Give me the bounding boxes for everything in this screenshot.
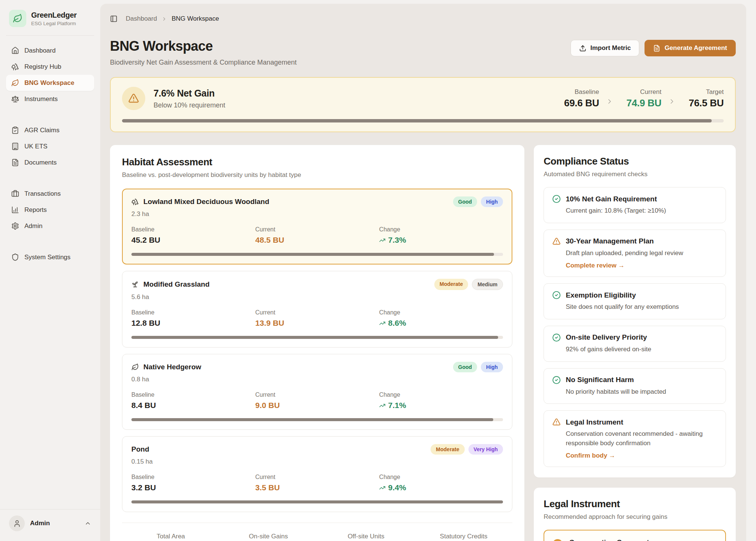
current-value: 74.9 BU xyxy=(620,97,661,109)
sidebar-item-label: Documents xyxy=(24,159,57,166)
current-label: Current xyxy=(255,309,379,316)
nav-group-gap xyxy=(6,107,94,122)
compliance-item-legal-instrument: Legal Instrument Conservation covenant r… xyxy=(544,410,726,467)
sidebar-item-system-settings[interactable]: System Settings xyxy=(6,249,94,265)
sidebar-item-transactions[interactable]: Transactions xyxy=(6,186,94,202)
sidebar-item-label: Admin xyxy=(24,222,42,230)
chevron-right-icon xyxy=(668,98,676,105)
baseline-value: 69.6 BU xyxy=(558,97,599,109)
compliance-item-description: Draft plan uploaded, pending legal revie… xyxy=(552,249,717,258)
current-label: Current xyxy=(620,88,661,96)
compliance-item-title: On-site Delivery Priority xyxy=(566,333,647,342)
compliance-status-panel: Compliance Status Automated BNG requirem… xyxy=(534,145,736,478)
trending-up-icon xyxy=(379,320,386,326)
baseline-label: Baseline xyxy=(131,391,255,398)
legal-panel-title: Legal Instrument xyxy=(544,498,726,510)
file-text-icon xyxy=(653,45,660,52)
import-metric-button[interactable]: Import Metric xyxy=(571,40,640,56)
sidebar-item-registry-hub[interactable]: Registry Hub xyxy=(6,59,94,75)
habitat-card-list: Lowland Mixed Deciduous Woodland Good Hi… xyxy=(122,189,512,512)
compliance-item-description: No priority habitats will be impacted xyxy=(552,387,717,397)
habitat-progress-track xyxy=(131,253,503,256)
compliance-item-management-plan: 30-Year Management Plan Draft plan uploa… xyxy=(544,230,726,277)
banner-stats: Baseline 69.6 BU Current 74.9 BU Target … xyxy=(558,88,724,109)
habitat-card-hedgerow[interactable]: Native Hedgerow Good High 0.8 ha Baselin… xyxy=(122,354,512,430)
baseline-label: Baseline xyxy=(131,474,255,481)
distinctiveness-badge: Medium xyxy=(472,279,503,290)
current-label: Current xyxy=(255,474,379,481)
sidebar-item-uk-ets[interactable]: UK ETS xyxy=(6,138,94,154)
sidebar-toggle-icon[interactable] xyxy=(110,15,117,23)
habitat-area: 0.8 ha xyxy=(131,376,503,383)
condition-badge: Moderate xyxy=(434,279,468,290)
onsite-gains-label: On-site Gains xyxy=(220,533,317,540)
user-menu[interactable]: Admin xyxy=(0,509,100,541)
habitat-progress-track xyxy=(131,418,503,421)
net-gain-warning-banner: 7.6% Net Gain Below 10% requirement Base… xyxy=(110,77,736,132)
net-gain-progress-fill xyxy=(122,119,712,122)
option-conservation-covenant[interactable]: Conservation Covenant Recommended for fr… xyxy=(544,530,726,541)
onsite-gains-stat: On-site Gains 92% xyxy=(220,533,317,541)
net-gain-value: 7.6% Net Gain xyxy=(154,88,225,99)
radio-selected[interactable] xyxy=(553,539,563,541)
change-value: 9.4% xyxy=(388,483,406,492)
nav-group-gap xyxy=(6,234,94,249)
chevron-right-icon xyxy=(161,16,167,22)
sidebar-item-admin[interactable]: Admin xyxy=(6,218,94,234)
total-area-stat: Total Area 8.8 ha xyxy=(122,533,220,541)
net-gain-progress-track xyxy=(122,119,724,122)
habitat-area: 5.6 ha xyxy=(131,293,503,301)
habitat-card-grassland[interactable]: Modified Grassland Moderate Medium 5.6 h… xyxy=(122,271,512,348)
habitat-progress-fill xyxy=(131,253,494,256)
import-metric-label: Import Metric xyxy=(590,44,631,52)
check-circle-icon xyxy=(552,291,561,299)
confirm-body-link[interactable]: Confirm body → xyxy=(552,452,717,459)
sidebar-item-bng-workspace[interactable]: BNG Workspace xyxy=(6,75,94,91)
sidebar-item-reports[interactable]: Reports xyxy=(6,202,94,218)
compliance-item-list: 10% Net Gain Requirement Current gain: 1… xyxy=(544,187,726,467)
habitat-name: Native Hedgerow xyxy=(143,363,201,371)
baseline-value: 3.2 BU xyxy=(131,483,255,492)
compliance-item-description: Site does not qualify for any exemptions xyxy=(552,302,717,312)
habitat-card-pond[interactable]: Pond Moderate Very High 0.15 ha Baseline… xyxy=(122,436,512,512)
avatar xyxy=(9,515,25,531)
legal-instrument-panel: Legal Instrument Recommended approach fo… xyxy=(534,488,736,541)
compliance-panel-title: Compliance Status xyxy=(544,156,726,167)
sidebar-item-instruments[interactable]: Instruments xyxy=(6,91,94,107)
option-title: Conservation Covenant xyxy=(569,538,717,541)
generate-agreement-button[interactable]: Generate Agreement xyxy=(645,40,736,56)
compliance-item-title: Exemption Eligibility xyxy=(566,291,636,299)
user-name: Admin xyxy=(30,520,79,527)
target-stat: Target 76.5 BU xyxy=(682,88,724,109)
check-circle-icon xyxy=(552,333,561,342)
sidebar-item-documents[interactable]: Documents xyxy=(6,154,94,171)
sidebar-item-label: Transactions xyxy=(24,190,61,198)
scale-icon xyxy=(11,95,19,103)
compliance-panel-subtitle: Automated BNG requirement checks xyxy=(544,171,726,178)
habitat-name: Pond xyxy=(131,445,149,453)
habitat-progress-track xyxy=(131,500,503,503)
breadcrumb-parent[interactable]: Dashboard xyxy=(126,15,157,23)
baseline-value: 12.8 BU xyxy=(131,319,255,328)
app-tagline: ESG Legal Platform xyxy=(31,21,77,26)
building-icon xyxy=(11,142,19,150)
sidebar-item-label: Dashboard xyxy=(24,47,56,54)
warning-icon-circle xyxy=(122,87,145,110)
habitat-progress-track xyxy=(131,336,503,339)
offsite-units-label: Off-site Units xyxy=(317,533,415,540)
page-subtitle: Biodiversity Net Gain Assessment & Compl… xyxy=(110,59,297,66)
habitat-card-woodland[interactable]: Lowland Mixed Deciduous Woodland Good Hi… xyxy=(122,189,512,264)
statutory-credits-label: Statutory Credits xyxy=(415,533,512,540)
complete-review-link[interactable]: Complete review → xyxy=(552,262,717,269)
legal-option-list: Conservation Covenant Recommended for fr… xyxy=(544,530,726,541)
sidebar-item-dashboard[interactable]: Dashboard xyxy=(6,42,94,59)
net-gain-note: Below 10% requirement xyxy=(154,101,225,109)
current-value: 13.9 BU xyxy=(255,319,379,328)
distinctiveness-badge: High xyxy=(481,362,503,372)
target-value: 76.5 BU xyxy=(682,97,724,109)
user-icon xyxy=(13,520,21,527)
sidebar-item-agr-claims[interactable]: AGR Claims xyxy=(6,122,94,138)
legal-panel-subtitle: Recommended approach for securing gains xyxy=(544,513,726,521)
upload-icon xyxy=(579,45,586,52)
compliance-item-exemption: Exemption Eligibility Site does not qual… xyxy=(544,283,726,319)
